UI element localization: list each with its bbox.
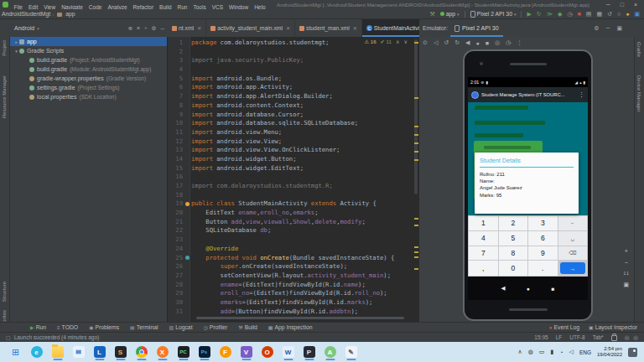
hide-panel-icon[interactable]: ─ <box>160 25 164 32</box>
tab-StudentMainActivity-java[interactable]: CStudentMainActivity.java <box>362 19 419 37</box>
line-ending[interactable]: LF <box>556 334 563 340</box>
float-window-icon[interactable]: ▣ <box>616 25 622 32</box>
project-view-header[interactable]: Android ▾ ⊕≡÷⚙─ <box>10 19 168 37</box>
settings-icon[interactable]: ⚙ <box>594 25 599 32</box>
home-icon[interactable]: ● <box>527 286 530 292</box>
toolwindow-layout-inspector[interactable]: ▣Layout Inspector <box>589 324 637 330</box>
taskbar-app-chrome[interactable] <box>131 343 152 361</box>
taskbar-app-app-green[interactable]: A <box>319 343 340 361</box>
power-icon[interactable]: ⊙ <box>423 39 428 46</box>
code-editor[interactable]: 1package com.delaroystudios.studentmgt;2… <box>168 37 419 322</box>
close-tab-icon[interactable]: ✕ <box>353 25 357 31</box>
notification-center-icon[interactable] <box>628 348 637 357</box>
expand-all-icon[interactable]: ≡ <box>137 25 140 32</box>
tool-strip-project[interactable]: Project <box>2 40 7 56</box>
taskbar-app-office[interactable]: O <box>257 343 278 361</box>
gradle-daemon-icon[interactable]: ◎ <box>625 334 630 341</box>
tool-strip-device-manager[interactable]: Device Manager <box>636 75 641 112</box>
key-.[interactable]: . <box>528 261 558 276</box>
tool-strip-resource-manager[interactable]: Resource Manager <box>2 75 7 118</box>
settings-icon[interactable]: ⚙ <box>152 25 157 32</box>
toolwindow-problems[interactable]: ◉Problems <box>89 324 119 330</box>
search-icon[interactable]: ○ <box>617 11 621 17</box>
locate-file-icon[interactable]: ⊕ <box>128 25 132 32</box>
key-4[interactable]: 4 <box>469 231 498 246</box>
sync-icon[interactable]: ↺ <box>607 11 612 17</box>
screenshot-icon[interactable]: ◎ <box>495 39 500 46</box>
tool-strip-gradle[interactable]: Gradle <box>636 42 641 57</box>
toolwindow-terminal[interactable]: ▤Terminal <box>130 324 158 330</box>
project-view-selector[interactable]: Android <box>14 25 34 31</box>
tab-nt-xml[interactable]: nt.xml✕ <box>168 19 206 37</box>
home-icon[interactable]: ● <box>475 40 479 46</box>
key-space[interactable]: ␣ <box>558 231 588 246</box>
device-file-explorer-icon[interactable]: ▤ <box>586 11 592 17</box>
editor-vertical-scrollbar[interactable] <box>414 39 418 194</box>
key-1[interactable]: 1 <box>469 216 498 230</box>
taskbar-app-pen-app[interactable]: ✎ <box>340 343 361 361</box>
taskbar-app-edge[interactable]: e <box>26 343 47 361</box>
close-icon[interactable]: × <box>634 2 637 8</box>
tray-expand-icon[interactable]: ∧ <box>518 349 522 355</box>
edittext-hint-2[interactable] <box>475 121 545 125</box>
taskbar-app-pycharm[interactable]: PC <box>173 343 194 361</box>
minimize-icon[interactable]: ─ <box>606 2 610 8</box>
toolwindow-todo[interactable]: ≡TODO <box>57 324 78 330</box>
key-6[interactable]: 6 <box>528 231 558 246</box>
profiler-icon[interactable]: ◷ <box>567 11 572 17</box>
tray-language[interactable]: ENG <box>579 349 591 355</box>
key-minus[interactable]: − <box>558 216 588 230</box>
tab-activity_student_main-xml[interactable]: activity_student_main.xml✕ <box>206 19 295 37</box>
toolwindow-toggle-icon[interactable]: ▢ <box>6 334 11 340</box>
taskbar-app-photoshop[interactable]: Ps <box>194 343 215 361</box>
zoom-in-icon[interactable]: + <box>623 248 629 254</box>
network-icon[interactable]: ◔ <box>559 349 563 355</box>
key-backspace[interactable]: ⌫ <box>558 246 588 261</box>
toolwindow-build[interactable]: ⚒Build <box>238 324 257 330</box>
taskbar-app-code-editor[interactable]: S <box>110 343 131 361</box>
expand-arrow-icon[interactable]: ▸ <box>13 39 19 44</box>
tree-item-gradle-wrapper-properties[interactable]: gradle-wrapper.properties(Gradle Version… <box>10 74 167 83</box>
profile-avatar-icon[interactable]: ▣ <box>634 11 640 17</box>
toolwindow-logcat[interactable]: ▥Logcat <box>169 324 192 330</box>
tray-clock[interactable]: 2:54 pm 19/04/2022 <box>597 346 622 358</box>
snapshot-icon[interactable]: ◷ <box>506 39 511 46</box>
key-7[interactable]: 7 <box>469 246 498 261</box>
key-3[interactable]: 3 <box>528 216 558 230</box>
minimize-icon[interactable]: ─ <box>605 25 610 32</box>
file-encoding[interactable]: UTF-8 <box>569 334 584 340</box>
device-manager-icon[interactable]: ▦ <box>596 11 602 17</box>
key-2[interactable]: 2 <box>499 216 528 230</box>
tool-strip-structure[interactable]: Structure <box>2 282 7 302</box>
toolwindow-run[interactable]: ▶Run <box>30 324 46 330</box>
stop-icon[interactable]: ■ <box>578 11 581 17</box>
run-configuration-select[interactable]: app▾ <box>440 11 460 17</box>
run-icon[interactable]: ▶ <box>527 11 531 17</box>
zoom-reset-button[interactable]: 1:1 <box>623 272 629 276</box>
lock-icon[interactable] <box>611 335 617 341</box>
taskbar-app-xampp[interactable]: X <box>152 343 173 361</box>
expand-arrow-icon[interactable]: ▾ <box>13 49 19 54</box>
breadcrumb-module[interactable]: app <box>64 11 76 17</box>
breadcrumb-project[interactable]: AndroidStudentMgt <box>0 11 52 17</box>
volume-icon[interactable]: ◁ <box>569 349 573 355</box>
taskbar-app-word[interactable]: W <box>278 343 299 361</box>
key-enter[interactable]: → <box>560 262 586 274</box>
close-tab-icon[interactable]: ✕ <box>286 25 290 31</box>
taskbar-app-mail[interactable]: ✉ <box>68 343 89 361</box>
caret-position[interactable]: 15:95 <box>534 334 548 340</box>
volume-icon[interactable]: ◁ <box>434 39 438 46</box>
tree-item-app[interactable]: ▸app <box>10 37 167 46</box>
back-icon[interactable]: ◀ <box>465 39 470 46</box>
maximize-icon[interactable]: □ <box>621 2 624 8</box>
overview-icon[interactable]: ■ <box>486 40 489 46</box>
inspection-widget[interactable]: ⚠ 16 ✔ 11 ∧ ∨ <box>364 39 408 44</box>
zoom-out-icon[interactable]: − <box>623 260 629 266</box>
tab-student_man-xml[interactable]: student_man.xml✕ <box>295 19 362 37</box>
edittext-hint-3[interactable] <box>475 133 523 137</box>
fit-screen-icon[interactable]: ▣ <box>623 282 629 288</box>
back-icon[interactable]: ◀ <box>501 285 506 292</box>
overview-icon[interactable]: ■ <box>552 286 555 292</box>
next-issue-icon[interactable]: ∨ <box>403 39 408 44</box>
background-tasks-icon[interactable]: ◎ <box>633 334 638 341</box>
